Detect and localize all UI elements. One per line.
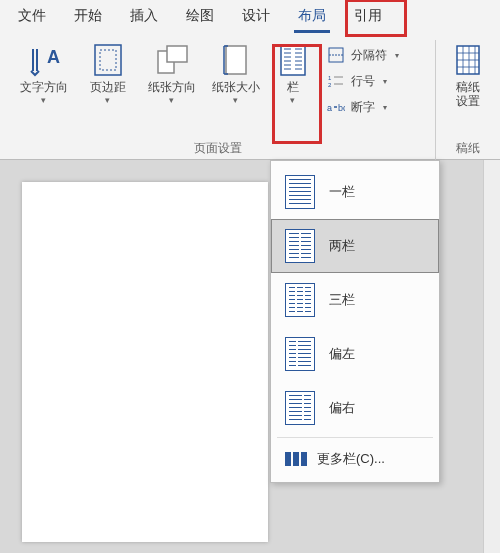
- text-direction-button[interactable]: A 文字方向 ▾: [15, 40, 73, 106]
- orientation-button[interactable]: 纸张方向 ▾: [143, 40, 201, 106]
- columns-option-more[interactable]: 更多栏(C)...: [271, 440, 439, 478]
- svg-rect-5: [226, 46, 246, 74]
- columns-option-three-label: 三栏: [329, 291, 355, 309]
- chevron-down-icon: ▾: [41, 96, 46, 104]
- line-numbers-icon: 12: [327, 72, 345, 90]
- breaks-button[interactable]: 分隔符 ▾: [327, 44, 411, 66]
- manuscript-settings-label-1: 稿纸: [456, 80, 480, 94]
- margins-label: 页边距: [90, 80, 126, 94]
- chevron-down-icon: ▾: [383, 103, 387, 112]
- orientation-label: 纸张方向: [148, 80, 196, 94]
- columns-option-two-label: 两栏: [329, 237, 355, 255]
- columns-option-one[interactable]: 一栏: [271, 165, 439, 219]
- menu-separator: [277, 437, 433, 438]
- line-numbers-button[interactable]: 12 行号 ▾: [327, 70, 411, 92]
- manuscript-settings-icon: [450, 42, 486, 78]
- chevron-down-icon: ▾: [290, 96, 295, 104]
- columns-option-left[interactable]: 偏左: [271, 327, 439, 381]
- paper-size-icon: [218, 42, 254, 78]
- margins-icon: [90, 42, 126, 78]
- line-numbers-label: 行号: [351, 73, 375, 90]
- breaks-icon: [327, 46, 345, 64]
- columns-label: 栏: [287, 80, 299, 94]
- tab-references[interactable]: 引用: [340, 1, 396, 31]
- columns-option-three[interactable]: 三栏: [271, 273, 439, 327]
- vertical-scrollbar[interactable]: [483, 160, 500, 553]
- hyphenation-icon: abc: [327, 98, 345, 116]
- group-label-page-setup: 页面设置: [6, 140, 429, 158]
- svg-text:A: A: [47, 47, 60, 67]
- hyphenation-button[interactable]: abc 断字 ▾: [327, 96, 411, 118]
- more-columns-icon: [285, 452, 307, 466]
- columns-option-more-label: 更多栏(C)...: [317, 450, 385, 468]
- breaks-label: 分隔符: [351, 47, 387, 64]
- text-direction-icon: A: [26, 42, 62, 78]
- columns-icon: [275, 42, 311, 78]
- tab-insert[interactable]: 插入: [116, 1, 172, 31]
- chevron-down-icon: ▾: [395, 51, 399, 60]
- group-label-manuscript: 稿纸: [442, 140, 494, 158]
- columns-option-two[interactable]: 两栏: [271, 219, 439, 273]
- tab-file[interactable]: 文件: [4, 1, 60, 31]
- three-column-icon: [285, 283, 315, 317]
- text-direction-label: 文字方向: [20, 80, 68, 94]
- columns-option-one-label: 一栏: [329, 183, 355, 201]
- document-page[interactable]: [22, 182, 268, 542]
- tab-layout[interactable]: 布局: [284, 1, 340, 31]
- svg-rect-4: [167, 46, 187, 62]
- two-column-icon: [285, 229, 315, 263]
- manuscript-settings-button[interactable]: 稿纸 设置: [443, 40, 493, 110]
- one-column-icon: [285, 175, 315, 209]
- orientation-icon: [154, 42, 190, 78]
- svg-rect-2: [100, 50, 116, 70]
- svg-text:2: 2: [328, 82, 332, 88]
- ribbon-content: A 文字方向 ▾ 页边距 ▾: [0, 32, 500, 160]
- chevron-down-icon: ▾: [233, 96, 238, 104]
- chevron-down-icon: ▾: [105, 96, 110, 104]
- svg-text:a: a: [327, 103, 332, 113]
- columns-option-right[interactable]: 偏右: [271, 381, 439, 435]
- columns-dropdown-menu: 一栏 两栏 三栏 偏左 偏右 更多栏(C)...: [270, 160, 440, 483]
- tab-draw[interactable]: 绘图: [172, 1, 228, 31]
- page-setup-small-commands: 分隔符 ▾ 12 行号 ▾ abc 断字: [321, 40, 421, 118]
- tab-home[interactable]: 开始: [60, 1, 116, 31]
- paper-size-button[interactable]: 纸张大小 ▾: [207, 40, 265, 106]
- margins-button[interactable]: 页边距 ▾: [79, 40, 137, 106]
- columns-button[interactable]: 栏 ▾: [271, 40, 315, 106]
- manuscript-settings-label-2: 设置: [456, 94, 480, 108]
- chevron-down-icon: ▾: [169, 96, 174, 104]
- svg-text:1: 1: [328, 75, 332, 81]
- chevron-down-icon: ▾: [383, 77, 387, 86]
- right-column-icon: [285, 391, 315, 425]
- columns-option-left-label: 偏左: [329, 345, 355, 363]
- ribbon-tabs: 文件 开始 插入 绘图 设计 布局 引用: [0, 0, 500, 32]
- hyphenation-label: 断字: [351, 99, 375, 116]
- columns-option-right-label: 偏右: [329, 399, 355, 417]
- svg-text:bc: bc: [338, 103, 345, 113]
- paper-size-label: 纸张大小: [212, 80, 260, 94]
- left-column-icon: [285, 337, 315, 371]
- tab-design[interactable]: 设计: [228, 1, 284, 31]
